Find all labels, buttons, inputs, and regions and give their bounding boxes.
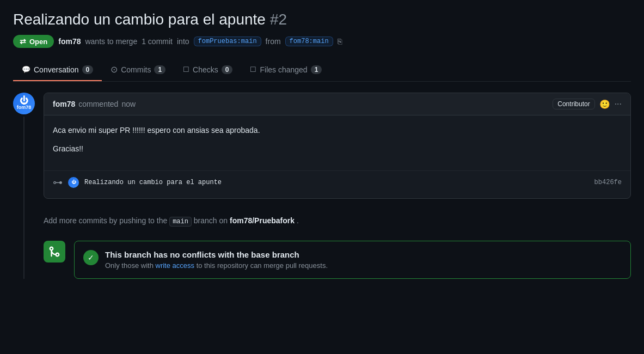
tab-files-changed[interactable]: ☐ Files changed 1: [241, 59, 330, 81]
merge-desc-suffix: to this repository can merge pull reques…: [197, 261, 328, 270]
comment-box: fom78 commented now Contributor 🙂 ··· Ac…: [44, 93, 631, 199]
comment-author[interactable]: fom78: [53, 100, 75, 108]
add-commits-suffix: .: [297, 216, 299, 225]
pr-commit-count: 1 commit: [142, 37, 173, 46]
timeline-line: [23, 117, 24, 279]
pr-author[interactable]: fom78: [58, 37, 81, 46]
comment-line-1: Aca envio mi super PR !!!!!! espero con …: [53, 124, 622, 136]
main-content: ⏻ fom78 fom78 commented now Contributor …: [13, 93, 631, 279]
tab-commits[interactable]: ⊙ Commits 1: [102, 59, 174, 81]
add-commits-middle: branch on: [194, 216, 228, 225]
pr-title-text: Realizando un cambio para el apunte: [13, 11, 266, 28]
git-merge-icon: [48, 246, 60, 258]
comment-header: fom78 commented now Contributor 🙂 ···: [44, 93, 630, 115]
commit-section: ⊶ ⏻ Realizando un cambio para el apunte …: [44, 170, 630, 198]
merge-status-text: This branch has no conflicts with the ba…: [105, 250, 328, 270]
files-tab-count: 1: [311, 65, 322, 74]
comment-line-2: Gracias!!: [53, 143, 622, 155]
pr-title: Realizando un cambio para el apunte #2: [13, 11, 631, 28]
timeline-left: ⏻ fom78: [13, 93, 35, 279]
files-tab-label: Files changed: [260, 65, 307, 74]
checks-tab-icon: ☐: [183, 65, 189, 74]
add-commits-section: Add more commits by pushing to the main …: [44, 210, 631, 232]
pr-merge-text: wants to merge: [85, 37, 137, 46]
files-tab-icon: ☐: [250, 65, 256, 74]
status-badge: ⇄ Open: [13, 35, 54, 48]
conversation-tab-icon: 💬: [22, 65, 30, 74]
merge-status-description: Only those with write access to this rep…: [105, 261, 328, 270]
add-commits-repo-link[interactable]: fom78/Pruebafork: [230, 216, 295, 225]
content-right: fom78 commented now Contributor 🙂 ··· Ac…: [44, 93, 631, 279]
contributor-badge: Contributor: [553, 99, 594, 109]
commit-sha[interactable]: bb426fe: [594, 179, 622, 186]
target-branch[interactable]: fomPruebas:main: [194, 36, 261, 46]
merge-status-title: This branch has no conflicts with the ba…: [105, 250, 328, 259]
comment-header-right: Contributor 🙂 ···: [553, 99, 622, 109]
pr-into-label: into: [177, 37, 189, 46]
source-branch[interactable]: fom78:main: [285, 36, 333, 46]
tab-checks[interactable]: ☐ Checks 0: [174, 59, 241, 81]
merge-desc-prefix: Only those with: [105, 261, 154, 270]
add-commits-prefix: Add more commits by pushing to the: [44, 216, 167, 225]
copy-icon[interactable]: ⎘: [338, 37, 342, 46]
pr-meta: ⇄ Open fom78 wants to merge 1 commit int…: [13, 35, 631, 48]
comment-action: commented: [78, 100, 118, 108]
commit-avatar-icon: ⏻: [71, 180, 76, 185]
tabs-container: 💬 Conversation 0 ⊙ Commits 1 ☐ Checks 0 …: [13, 59, 631, 82]
status-text: Open: [29, 38, 47, 46]
merge-section: ✓ This branch has no conflicts with the …: [44, 241, 631, 279]
checks-tab-count: 0: [222, 65, 233, 74]
more-options-button[interactable]: ···: [615, 99, 622, 109]
merge-icon-circle: [44, 241, 65, 263]
avatar-label: fom78: [17, 105, 32, 111]
tab-conversation[interactable]: 💬 Conversation 0: [13, 59, 102, 81]
avatar-icon: ⏻: [20, 96, 28, 105]
write-access-link[interactable]: write access: [156, 261, 195, 270]
conversation-tab-count: 0: [82, 65, 94, 74]
commits-tab-label: Commits: [121, 65, 151, 74]
comment-time: now: [121, 100, 136, 108]
add-commits-branch: main: [169, 217, 192, 227]
conversation-tab-label: Conversation: [34, 65, 79, 74]
emoji-button[interactable]: 🙂: [599, 99, 610, 109]
comment-body: Aca envio mi super PR !!!!!! espero con …: [44, 115, 630, 164]
merge-check-icon: ✓: [83, 250, 99, 265]
pr-number: #2: [270, 11, 287, 28]
commits-tab-icon: ⊙: [111, 64, 118, 75]
merge-status-box: ✓ This branch has no conflicts with the …: [74, 241, 631, 279]
comment-header-left: fom78 commented now: [53, 100, 136, 108]
commit-row: ⊶ ⏻ Realizando un cambio para el apunte …: [44, 171, 630, 194]
commit-avatar: ⏻: [68, 177, 79, 188]
pr-from-label: from: [266, 37, 281, 46]
commit-message[interactable]: Realizando un cambio para el apunte: [84, 179, 589, 186]
commit-dot-icon: ⊶: [53, 176, 63, 188]
checks-tab-label: Checks: [193, 65, 218, 74]
commits-tab-count: 1: [154, 65, 165, 74]
avatar: ⏻ fom78: [13, 93, 35, 114]
merge-icon: ⇄: [20, 37, 26, 46]
